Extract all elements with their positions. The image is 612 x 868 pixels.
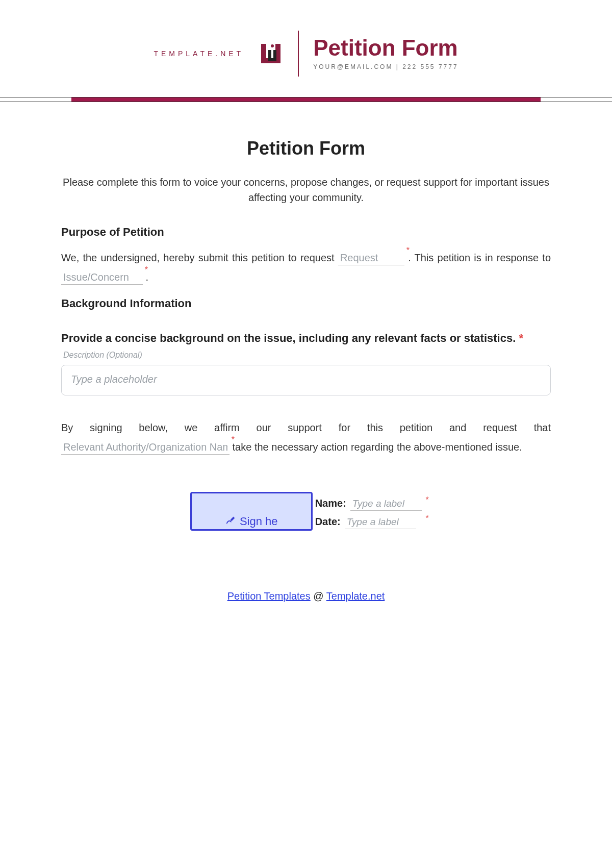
accent-rule [71, 97, 541, 102]
intro-text: Please complete this form to voice your … [61, 175, 551, 205]
footer-link-templates[interactable]: Petition Templates [227, 590, 311, 602]
background-heading: Background Information [61, 297, 551, 310]
purpose-text-1: We, the undersigned, hereby submit this … [61, 252, 338, 263]
signature-box[interactable]: Sign he [190, 492, 313, 531]
purpose-text-2: . This petition is in response to [408, 252, 551, 263]
affirm-text-1: By signing below, we affirm our support … [61, 422, 551, 433]
vertical-divider [298, 31, 299, 77]
required-marker: * [519, 332, 523, 344]
header-title-block: Petition Form YOUR@EMAIL.COM | 222 555 7… [313, 37, 458, 70]
required-marker: * [426, 495, 429, 505]
sign-label-text: Sign he [240, 515, 278, 528]
purpose-heading: Purpose of Petition [61, 226, 551, 239]
affirm-text-2: take the necessary action regarding the … [233, 441, 522, 453]
request-input[interactable] [338, 252, 404, 265]
affirm-paragraph: By signing below, we affirm our support … [61, 418, 551, 457]
header-title: Petition Form [313, 37, 458, 59]
accent-rule-wrap [0, 97, 612, 102]
logo-icon [258, 41, 284, 66]
footer: Petition Templates @ Template.net [61, 590, 551, 602]
footer-at: @ [311, 590, 326, 602]
date-label: Date: [315, 516, 341, 528]
name-label: Name: [315, 498, 346, 509]
required-marker: * [145, 262, 148, 278]
header-contact: YOUR@EMAIL.COM | 222 555 7777 [313, 63, 458, 70]
footer-link-site[interactable]: Template.net [326, 590, 385, 602]
description-hint: Description (Optional) [63, 351, 551, 360]
authority-input[interactable] [61, 441, 230, 455]
required-marker: * [426, 514, 429, 523]
page-title: Petition Form [61, 138, 551, 159]
svg-rect-5 [273, 50, 276, 61]
background-textarea[interactable] [61, 365, 551, 395]
brand-text: TEMPLATE.NET [154, 49, 244, 58]
name-input[interactable] [350, 498, 422, 511]
pen-icon [225, 514, 237, 528]
purpose-paragraph: We, the undersigned, hereby submit this … [61, 248, 551, 287]
required-marker: * [232, 432, 235, 448]
required-marker: * [406, 243, 410, 258]
date-input[interactable] [345, 516, 416, 529]
background-question: Provide a concise background on the issu… [61, 331, 551, 346]
header: TEMPLATE.NET Petition Form YOUR@EMAIL.CO… [0, 0, 612, 97]
issue-input[interactable] [61, 271, 143, 285]
svg-point-6 [271, 44, 274, 47]
